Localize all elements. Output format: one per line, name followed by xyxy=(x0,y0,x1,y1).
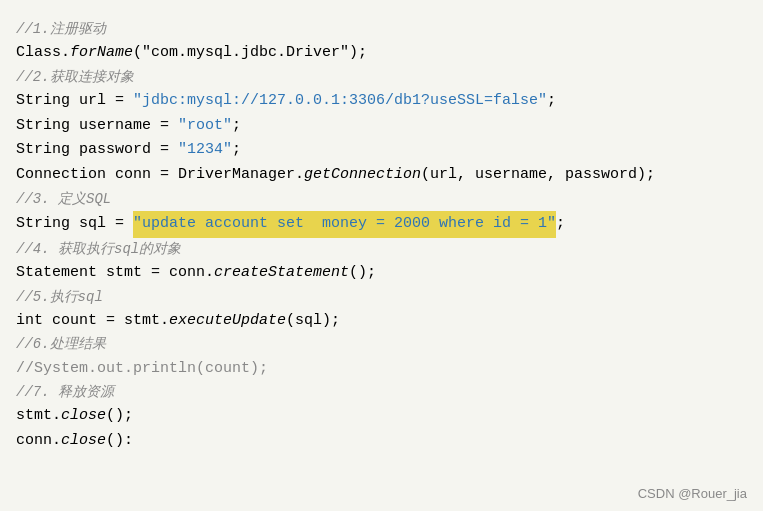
code-line-8: //3. 定义SQL xyxy=(16,188,747,211)
code-string-4b: "jdbc:mysql://127.0.0.1:3306/db1?useSSL=… xyxy=(133,89,547,114)
code-plain-4c: ; xyxy=(547,89,556,114)
comment-3: //2.获取连接对象 xyxy=(16,66,134,89)
code-method-7b: getConnection xyxy=(304,163,421,188)
code-plain-17c: (); xyxy=(106,404,133,429)
code-plain-13c: (sql); xyxy=(286,309,340,334)
code-method-13b: executeUpdate xyxy=(169,309,286,334)
code-plain-2c: ("com.mysql.jdbc.Driver"); xyxy=(133,41,367,66)
code-line-7: Connection conn = DriverManager.getConne… xyxy=(16,163,747,188)
code-line-4: String url = "jdbc:mysql://127.0.0.1:330… xyxy=(16,89,747,114)
code-plain-6a: String password = xyxy=(16,138,178,163)
code-line-1: //1.注册驱动 xyxy=(16,18,747,41)
code-string-9b: "update account set money = 2000 where i… xyxy=(133,211,556,238)
code-plain-9a: String sql = xyxy=(16,212,133,237)
code-container: //1.注册驱动 Class.forName("com.mysql.jdbc.D… xyxy=(0,0,763,511)
code-plain-7c: (url, username, password); xyxy=(421,163,655,188)
code-line-6: String password = "1234"; xyxy=(16,138,747,163)
code-line-5: String username = "root"; xyxy=(16,114,747,139)
code-plain-5a: String username = xyxy=(16,114,178,139)
comment-16: //7. 释放资源 xyxy=(16,381,114,404)
code-line-16: //7. 释放资源 xyxy=(16,381,747,404)
code-method-11b: createStatement xyxy=(214,261,349,286)
code-line-15: //System.out.println(count); xyxy=(16,357,747,382)
code-plain-5c: ; xyxy=(232,114,241,139)
code-line-14: //6.处理结果 xyxy=(16,333,747,356)
code-plain-11c: (); xyxy=(349,261,376,286)
code-method-17b: close xyxy=(61,404,106,429)
code-plain-2a: Class. xyxy=(16,41,70,66)
comment-10: //4. 获取执行sql的对象 xyxy=(16,238,181,261)
code-line-2: Class.forName("com.mysql.jdbc.Driver"); xyxy=(16,41,747,66)
code-plain-18a: conn. xyxy=(16,429,61,454)
code-line-10: //4. 获取执行sql的对象 xyxy=(16,238,747,261)
code-line-12: //5.执行sql xyxy=(16,286,747,309)
code-plain-7a: Connection conn = DriverManager. xyxy=(16,163,304,188)
code-line-11: Statement stmt = conn.createStatement(); xyxy=(16,261,747,286)
comment-1: //1.注册驱动 xyxy=(16,18,106,41)
code-plain-4a: String url = xyxy=(16,89,133,114)
code-plain-6c: ; xyxy=(232,138,241,163)
comment-8: //3. 定义SQL xyxy=(16,188,111,211)
code-block: //1.注册驱动 Class.forName("com.mysql.jdbc.D… xyxy=(12,10,751,462)
code-line-9: String sql = "update account set money =… xyxy=(16,211,747,238)
code-method-18b: close xyxy=(61,429,106,454)
code-plain-13a: int count = stmt. xyxy=(16,309,169,334)
code-plain-17a: stmt. xyxy=(16,404,61,429)
code-plain-9c: ; xyxy=(556,212,565,237)
comment-14: //6.处理结果 xyxy=(16,333,106,356)
code-plain-18c: (): xyxy=(106,429,133,454)
watermark: CSDN @Rouer_jia xyxy=(638,486,747,501)
code-line-17: stmt.close(); xyxy=(16,404,747,429)
code-method-2b: forName xyxy=(70,41,133,66)
code-line-13: int count = stmt.executeUpdate(sql); xyxy=(16,309,747,334)
code-line-18: conn.close(): xyxy=(16,429,747,454)
code-plain-11a: Statement stmt = conn. xyxy=(16,261,214,286)
code-string-5b: "root" xyxy=(178,114,232,139)
comment-code-15: //System.out.println(count); xyxy=(16,357,268,382)
code-string-6b: "1234" xyxy=(178,138,232,163)
code-line-3: //2.获取连接对象 xyxy=(16,66,747,89)
comment-12: //5.执行sql xyxy=(16,286,103,309)
